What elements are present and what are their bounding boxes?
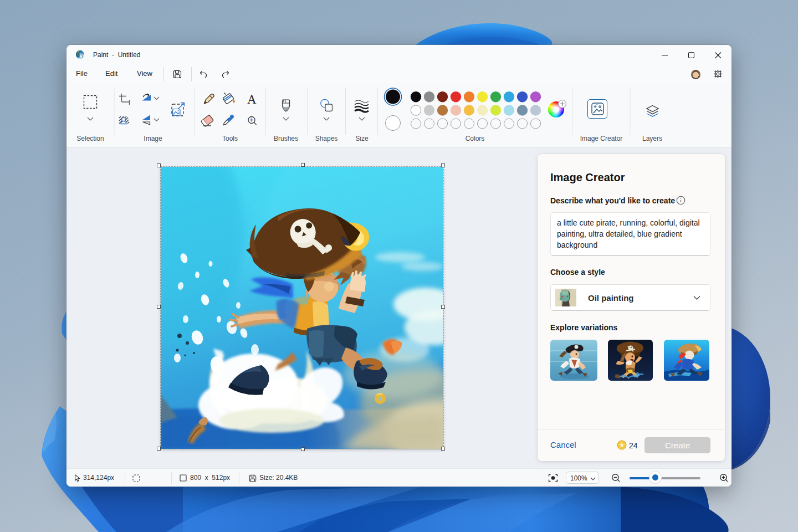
svg-text:A: A — [247, 93, 257, 106]
